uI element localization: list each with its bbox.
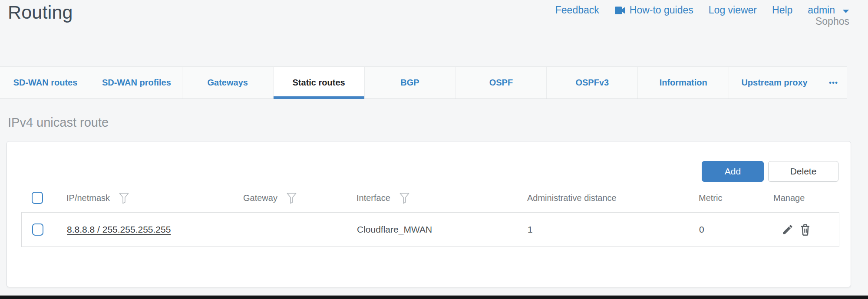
- tab-sd-wan-profiles[interactable]: SD-WAN profiles: [91, 67, 182, 99]
- trash-icon[interactable]: [799, 223, 811, 236]
- table-row: 8.8.8.8 / 255.255.255.255 Cloudflare_MWA…: [21, 212, 839, 247]
- screen-bottom-edge: [0, 296, 868, 299]
- column-header-administrative-distance: Administrative distance: [527, 193, 699, 203]
- route-link[interactable]: 8.8.8.8 / 255.255.255.255: [67, 224, 171, 234]
- edit-pencil-icon[interactable]: [782, 223, 794, 236]
- tab-ospf[interactable]: OSPF: [455, 67, 547, 99]
- filter-icon[interactable]: [399, 192, 410, 204]
- tab-sd-wan-routes[interactable]: SD-WAN routes: [0, 67, 91, 99]
- interface-cell: Cloudflare_MWAN: [357, 224, 528, 235]
- delete-button[interactable]: Delete: [768, 161, 838, 182]
- section-heading: IPv4 unicast route: [8, 115, 109, 130]
- user-menu[interactable]: admin: [808, 4, 849, 16]
- chevron-down-icon: [842, 4, 849, 16]
- tab-information[interactable]: Information: [638, 67, 729, 99]
- tab-static-routes[interactable]: Static routes: [274, 67, 365, 99]
- column-header-gateway: Gateway: [243, 193, 277, 203]
- administrative-distance-cell: 1: [528, 224, 699, 235]
- top-nav: Feedback How-to guides Log viewer Help a…: [555, 4, 849, 16]
- column-header-manage: Manage: [773, 193, 839, 203]
- column-header-metric: Metric: [699, 193, 773, 203]
- user-name-label: admin: [808, 4, 835, 16]
- log-viewer-link[interactable]: Log viewer: [709, 4, 757, 16]
- how-to-guides-link[interactable]: How-to guides: [614, 4, 693, 16]
- column-header-ip-netmask: IP/netmask: [66, 193, 110, 203]
- table-header-row: IP/netmask Gateway Interface Administrat…: [21, 185, 839, 211]
- help-link[interactable]: Help: [772, 4, 792, 16]
- ipv4-unicast-route-panel: Add Delete IP/netmask Gateway Interface …: [7, 141, 851, 287]
- feedback-label: Feedback: [555, 4, 599, 16]
- row-checkbox[interactable]: [32, 223, 43, 236]
- column-header-interface: Interface: [356, 193, 390, 203]
- tab-gateways[interactable]: Gateways: [182, 67, 274, 99]
- page-title: Routing: [8, 2, 73, 23]
- help-label: Help: [772, 4, 792, 16]
- filter-icon[interactable]: [119, 192, 129, 204]
- metric-cell: 0: [699, 224, 774, 235]
- tab-bar: SD-WAN routes SD-WAN profiles Gateways S…: [0, 66, 847, 99]
- tab-ospfv3[interactable]: OSPFv3: [547, 67, 638, 99]
- log-viewer-label: Log viewer: [709, 4, 757, 16]
- brand-label: Sophos: [815, 16, 849, 27]
- feedback-link[interactable]: Feedback: [555, 4, 599, 16]
- filter-icon[interactable]: [286, 192, 297, 204]
- video-camera-icon: [614, 6, 626, 15]
- add-button[interactable]: Add: [702, 161, 764, 182]
- tab-upstream-proxy[interactable]: Upstream proxy: [729, 67, 820, 99]
- tab-bgp[interactable]: BGP: [365, 67, 456, 99]
- more-tabs-icon[interactable]: •••: [820, 67, 847, 99]
- how-to-guides-label: How-to guides: [630, 4, 693, 16]
- select-all-checkbox[interactable]: [32, 192, 43, 204]
